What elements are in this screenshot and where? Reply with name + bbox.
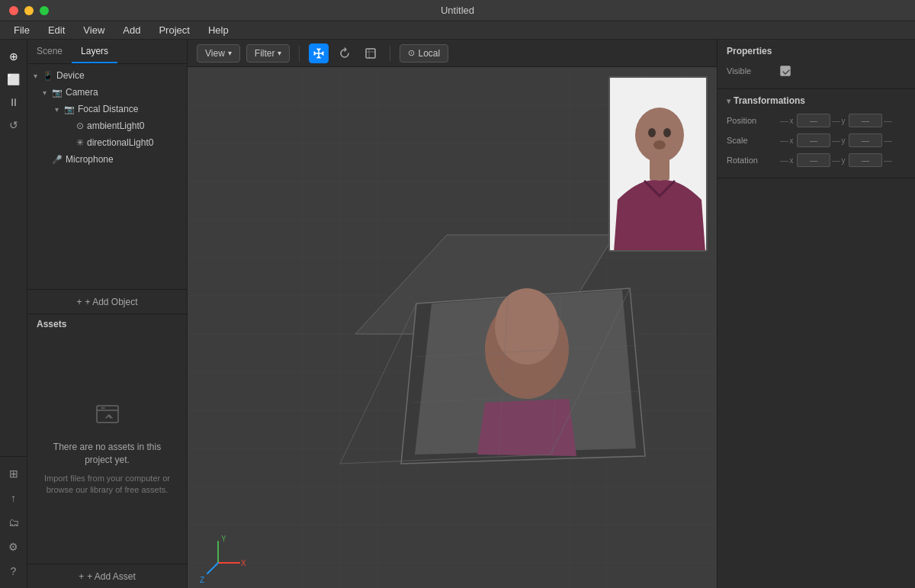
toolbar-separator-2 bbox=[390, 46, 390, 61]
tree-item-focal[interactable]: ▾ 📷 Focal Distance bbox=[27, 101, 187, 117]
maximize-button[interactable] bbox=[40, 6, 49, 15]
pause-tool-icon[interactable]: ⏸ bbox=[3, 92, 24, 113]
scale-fields: — x — — y — — bbox=[780, 133, 906, 147]
device-icon: 📱 bbox=[43, 71, 53, 81]
svg-text:Y: Y bbox=[221, 535, 226, 543]
assets-content: There are no assets in this project yet.… bbox=[27, 333, 187, 564]
help-icon[interactable]: ? bbox=[3, 561, 24, 582]
svg-text:X: X bbox=[241, 559, 246, 567]
add-asset-button[interactable]: + + Add Asset bbox=[27, 564, 187, 588]
titlebar: Untitled bbox=[0, 0, 915, 21]
viewport-toolbar: View ▾ Filter ▾ bbox=[188, 40, 717, 67]
tree-item-camera[interactable]: ▾ 📷 Camera bbox=[27, 84, 187, 101]
assets-label: Assets bbox=[27, 314, 187, 333]
scene-tab[interactable]: Scene bbox=[27, 40, 72, 63]
toolbar-separator bbox=[299, 46, 300, 61]
position-dash-1: — bbox=[780, 116, 786, 125]
collapse-icon: ▾ bbox=[727, 97, 730, 105]
tree-item-label: ambientLight0 bbox=[87, 120, 187, 131]
add-object-button[interactable]: + + Add Object bbox=[27, 289, 187, 313]
scene-tree: ▾ 📱 Device ▾ 📷 Camera ▾ 📷 Focal Distance… bbox=[27, 64, 187, 289]
focal-icon: 📷 bbox=[64, 104, 75, 114]
chevron-down-icon: ▾ bbox=[278, 49, 281, 57]
scale-label: Scale bbox=[727, 136, 780, 145]
rotation-y-field[interactable]: — bbox=[849, 153, 882, 167]
directional-light-icon: ✳ bbox=[76, 137, 84, 148]
rotation-dash-3: — bbox=[884, 156, 890, 165]
close-button[interactable] bbox=[9, 6, 18, 15]
menu-file[interactable]: File bbox=[6, 23, 37, 37]
rx-label: x bbox=[788, 156, 795, 165]
upload-icon[interactable]: ↑ bbox=[3, 487, 24, 509]
main-layout: ⊕ ⬜ ⏸ ↺ ⊞ ↑ 🗂 ⚙ ? Scene Layers ▾ 📱 bbox=[0, 40, 915, 588]
add-layer-icon[interactable]: ⊞ bbox=[3, 463, 24, 484]
svg-point-49 bbox=[635, 108, 684, 162]
svg-point-52 bbox=[653, 140, 666, 149]
properties-title: Properties bbox=[727, 46, 772, 56]
position-dash-2: — bbox=[832, 116, 838, 125]
position-fields: — x — — y — — bbox=[780, 114, 906, 127]
camera-preview bbox=[608, 76, 708, 252]
tree-item-microphone[interactable]: 🎤 Microphone bbox=[27, 151, 187, 168]
viewport-3d[interactable]: Y X Z bbox=[188, 67, 717, 588]
tree-item-directional[interactable]: ✳ directionalLight0 bbox=[27, 134, 187, 151]
settings-icon[interactable]: ⚙ bbox=[3, 536, 24, 557]
layers-tab[interactable]: Layers bbox=[72, 40, 117, 63]
visible-checkbox[interactable] bbox=[780, 66, 791, 76]
camera-icon: 📷 bbox=[52, 88, 63, 98]
rotation-x-field[interactable]: — bbox=[797, 153, 830, 167]
location-icon: ⊙ bbox=[408, 48, 415, 58]
ambient-light-icon: ⊙ bbox=[76, 120, 84, 131]
position-label: Position bbox=[727, 116, 780, 125]
panel-tabs: Scene Layers bbox=[27, 40, 187, 64]
y-label: y bbox=[840, 117, 847, 125]
local-dropdown-button[interactable]: ⊙ Local bbox=[400, 44, 448, 63]
view-dropdown-button[interactable]: View ▾ bbox=[197, 44, 240, 63]
svg-text:Z: Z bbox=[200, 576, 204, 584]
rotation-label: Rotation bbox=[727, 156, 780, 165]
transformations-header: ▾ Transformations bbox=[727, 95, 906, 106]
folder-icon[interactable]: 🗂 bbox=[3, 512, 24, 533]
visible-row: Visible bbox=[727, 63, 906, 79]
scale-x-field[interactable]: — bbox=[797, 133, 830, 147]
transformations-title: Transformations bbox=[734, 95, 805, 106]
resize-tool-button[interactable] bbox=[361, 43, 380, 63]
rotation-fields: — x — — y — — bbox=[780, 153, 906, 167]
microphone-icon: 🎤 bbox=[52, 155, 63, 165]
menu-view[interactable]: View bbox=[75, 23, 112, 37]
chevron-down-icon: ▾ bbox=[228, 49, 232, 57]
left-sidebar-icons: ⊕ ⬜ ⏸ ↺ ⊞ ↑ 🗂 ⚙ ? bbox=[0, 40, 27, 588]
titlebar-buttons bbox=[9, 6, 49, 15]
filter-dropdown-button[interactable]: Filter ▾ bbox=[246, 44, 291, 63]
menu-edit[interactable]: Edit bbox=[40, 23, 72, 37]
scale-y-field[interactable]: — bbox=[849, 133, 882, 147]
rotation-dash-1: — bbox=[780, 156, 786, 165]
properties-section: Properties Visible bbox=[718, 40, 915, 89]
tree-item-label: directionalLight0 bbox=[87, 137, 187, 148]
tree-item-device[interactable]: ▾ 📱 Device bbox=[27, 67, 187, 84]
svg-point-51 bbox=[663, 128, 671, 137]
scene-panel: Scene Layers ▾ 📱 Device ▾ 📷 Camera ▾ bbox=[27, 40, 188, 588]
screen-tool-icon[interactable]: ⬜ bbox=[3, 69, 24, 90]
assets-section: Assets There are no assets in this proje… bbox=[27, 313, 187, 588]
svg-marker-34 bbox=[477, 399, 576, 456]
tree-item-label: Microphone bbox=[66, 154, 187, 165]
menu-project[interactable]: Project bbox=[151, 23, 197, 37]
transform-tool-button[interactable] bbox=[309, 43, 329, 63]
menu-help[interactable]: Help bbox=[201, 23, 236, 37]
scale-row: Scale — x — — y — — bbox=[727, 132, 906, 149]
menubar: File Edit View Add Project Help bbox=[0, 21, 915, 40]
rotate-tool-button[interactable] bbox=[335, 43, 355, 63]
position-x-field[interactable]: — bbox=[797, 114, 830, 127]
position-y-field[interactable]: — bbox=[849, 114, 882, 127]
tree-item-ambient[interactable]: ⊙ ambientLight0 bbox=[27, 117, 187, 134]
rotation-dash-2: — bbox=[832, 156, 838, 165]
viewport[interactable]: View ▾ Filter ▾ bbox=[188, 40, 717, 588]
minimize-button[interactable] bbox=[24, 6, 34, 15]
menu-add[interactable]: Add bbox=[115, 23, 148, 37]
refresh-tool-icon[interactable]: ↺ bbox=[3, 114, 24, 136]
move-tool-icon[interactable]: ⊕ bbox=[3, 46, 24, 67]
sx-label: x bbox=[788, 137, 795, 145]
scale-dash-2: — bbox=[832, 136, 838, 145]
svg-rect-53 bbox=[650, 158, 669, 181]
